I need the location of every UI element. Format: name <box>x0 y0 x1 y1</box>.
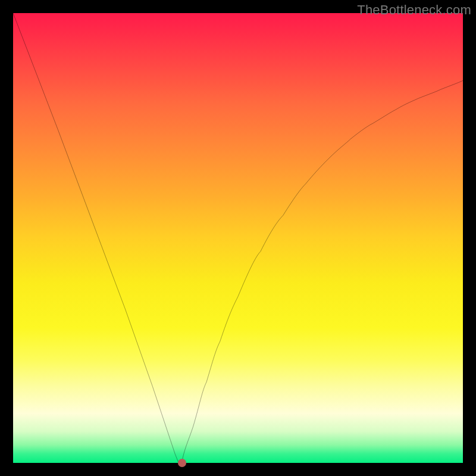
curve-path <box>13 13 463 463</box>
plot-area <box>13 13 463 463</box>
watermark-text: TheBottleneck.com <box>357 2 471 18</box>
chart-container: TheBottleneck.com <box>0 0 476 476</box>
bottleneck-curve <box>13 13 463 463</box>
annotation-point <box>178 459 186 467</box>
